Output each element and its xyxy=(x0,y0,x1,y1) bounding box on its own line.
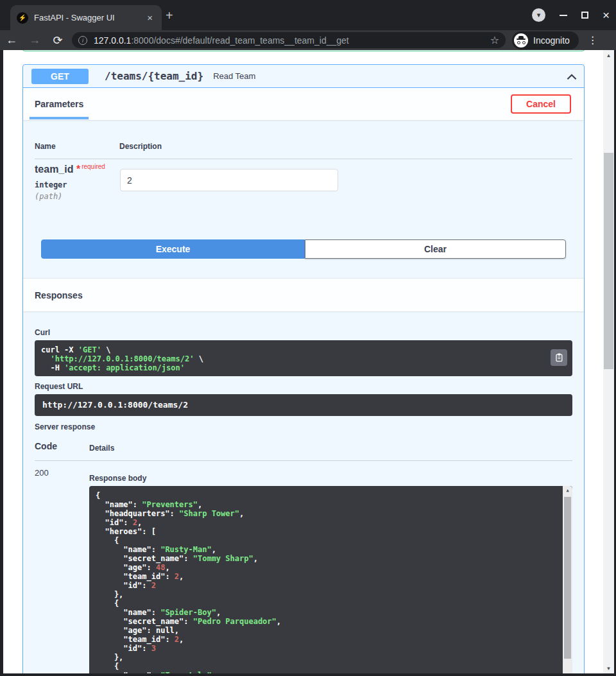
response-body-code: { "name": "Preventers", "headquarters": … xyxy=(96,491,556,676)
window-edge-bottom xyxy=(0,673,616,676)
request-url-block: http://127.0.0.1:8000/teams/2 xyxy=(35,394,572,416)
site-info-icon[interactable]: i xyxy=(78,36,87,45)
parameter-type: integer xyxy=(35,180,67,189)
parameters-section-header: Parameters Cancel xyxy=(23,88,584,120)
code-column-header: Code xyxy=(35,441,57,451)
back-icon[interactable]: ← xyxy=(0,33,23,47)
request-url-label: Request URL xyxy=(35,382,83,391)
curl-command-block: curl -X 'GET' \ 'http://127.0.0.1:8000/t… xyxy=(35,340,572,376)
status-code: 200 xyxy=(35,468,49,478)
browser-toolbar: ← → ⟳ i 127.0.0.1:8000/docs#/default/rea… xyxy=(0,30,616,50)
url-host: 127.0.0.1 xyxy=(94,35,131,46)
bookmark-star-icon[interactable]: ☆ xyxy=(490,34,499,46)
operation-path[interactable]: /teams/{team_id} xyxy=(105,70,203,82)
page-scrollbar[interactable]: ▲ ▼ xyxy=(603,50,614,673)
incognito-spy-icon xyxy=(514,33,528,48)
server-response-label: Server response xyxy=(35,422,95,431)
page-scrollbar-thumb[interactable] xyxy=(604,153,613,369)
http-method-badge: GET xyxy=(31,69,89,84)
incognito-badge: Incognito xyxy=(512,31,579,49)
reload-icon[interactable]: ⟳ xyxy=(46,33,69,48)
response-body-block: { "name": "Preventers", "headquarters": … xyxy=(89,486,572,676)
tab-strip: ⚡ FastAPI - Swagger UI × + ▾ × xyxy=(0,0,616,30)
parameter-location: (path) xyxy=(35,192,62,201)
parameter-name: team_id *required xyxy=(35,163,105,175)
window-close-button[interactable]: × xyxy=(603,9,610,21)
cancel-button[interactable]: Cancel xyxy=(511,94,571,114)
details-column-header: Details xyxy=(89,444,114,453)
page-scroll-down-icon[interactable]: ▼ xyxy=(603,663,614,673)
new-tab-button[interactable]: + xyxy=(166,9,173,22)
get-teams-operation-block: GET /teams/{team_id} Read Team Parameter… xyxy=(22,64,585,676)
table-header-divider xyxy=(35,159,572,159)
incognito-label: Incognito xyxy=(533,35,570,46)
fastapi-favicon-icon: ⚡ xyxy=(17,12,28,24)
operation-header: GET /teams/{team_id} Read Team xyxy=(23,65,584,88)
swagger-page: GET /teams/{team_id} Read Team Parameter… xyxy=(0,50,616,676)
forward-icon[interactable]: → xyxy=(23,33,46,47)
browser-update-icon[interactable]: ▾ xyxy=(532,8,545,22)
tab-title: FastAPI - Swagger UI xyxy=(34,13,144,22)
response-table-divider xyxy=(35,460,572,461)
window-minimize-button[interactable] xyxy=(560,15,567,16)
browser-tab[interactable]: ⚡ FastAPI - Swagger UI × xyxy=(10,5,162,30)
required-star: * xyxy=(76,164,80,175)
response-body-scrollbar[interactable]: ▲ xyxy=(563,486,572,676)
previous-operation-block xyxy=(22,50,585,51)
tab-parameters[interactable]: Parameters xyxy=(35,99,83,109)
url-bar[interactable]: i 127.0.0.1:8000/docs#/default/read_team… xyxy=(72,32,506,48)
request-url-value: http://127.0.0.1:8000/teams/2 xyxy=(42,400,188,410)
window-edge-left xyxy=(0,50,3,676)
browser-window: ⚡ FastAPI - Swagger UI × + ▾ × ← → ⟳ i 1… xyxy=(0,0,616,676)
response-body-label: Response body xyxy=(89,474,146,483)
window-controls: ▾ × xyxy=(532,0,610,30)
collapse-chevron-icon[interactable] xyxy=(565,70,579,84)
team-id-input[interactable] xyxy=(120,169,338,191)
page-scroll-up-icon[interactable]: ▲ xyxy=(603,50,614,60)
window-maximize-button[interactable] xyxy=(581,12,588,19)
copy-to-clipboard-button[interactable] xyxy=(551,349,567,366)
column-header-name: Name xyxy=(35,142,56,151)
clear-button[interactable]: Clear xyxy=(305,239,566,259)
responses-title: Responses xyxy=(35,290,83,300)
response-scrollbar-thumb[interactable] xyxy=(564,497,571,659)
browser-menu-icon[interactable]: ⋮ xyxy=(588,34,598,46)
responses-section-header: Responses xyxy=(23,278,584,311)
scroll-up-icon[interactable]: ▲ xyxy=(563,486,572,495)
tab-close-icon[interactable]: × xyxy=(144,12,155,24)
url-text: 127.0.0.1:8000/docs#/default/read_team_t… xyxy=(94,35,485,46)
column-header-description: Description xyxy=(119,142,162,151)
parameters-tab-underline xyxy=(30,117,89,119)
execute-button[interactable]: Execute xyxy=(41,239,305,259)
required-label: required xyxy=(81,163,105,170)
url-path: :8000/docs#/default/read_team_teams__tea… xyxy=(131,35,348,46)
operation-summary: Read Team xyxy=(213,71,255,81)
curl-label: Curl xyxy=(35,328,50,337)
